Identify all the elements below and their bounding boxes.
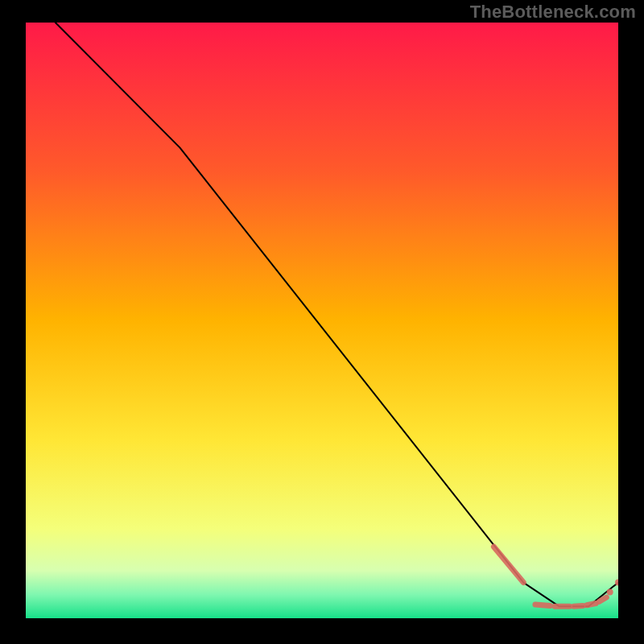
plot-area <box>26 23 618 618</box>
svg-line-5 <box>599 597 606 601</box>
svg-point-6 <box>607 588 613 595</box>
svg-line-4 <box>587 604 596 605</box>
chart-svg <box>26 23 618 618</box>
chart-frame: TheBottleneck.com <box>0 0 644 644</box>
watermark-text: TheBottleneck.com <box>470 2 636 23</box>
svg-line-3 <box>574 605 583 606</box>
svg-line-1 <box>535 605 550 605</box>
plot-area-outer <box>26 23 618 618</box>
gradient-background <box>26 23 618 618</box>
